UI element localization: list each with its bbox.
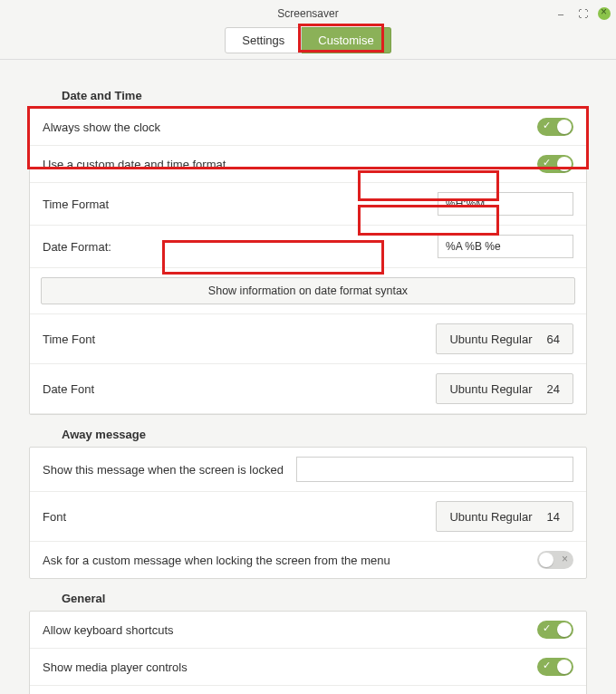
row-custom-format: Use a custom date and time format — [30, 146, 586, 183]
toggle-always-show-clock[interactable] — [537, 118, 573, 136]
date-font-name: Ubuntu Regular — [449, 382, 532, 396]
label-always-show-clock: Always show the clock — [43, 120, 537, 134]
input-date-format[interactable] — [438, 235, 573, 258]
row-away-font: Font Ubuntu Regular 14 — [30, 492, 586, 542]
row-time-font: Time Font Ubuntu Regular 64 — [30, 314, 586, 364]
toggle-keyboard[interactable] — [537, 621, 573, 639]
button-syntax-info[interactable]: Show information on date format syntax — [41, 277, 575, 304]
label-time-font: Time Font — [43, 333, 436, 346]
row-date-format: Date Format: — [30, 226, 586, 268]
section-title-general: General — [62, 592, 587, 605]
row-media: Show media player controls — [30, 649, 586, 686]
row-always-show-clock: Always show the clock — [30, 109, 586, 146]
toggle-custom-format[interactable] — [537, 155, 573, 173]
label-keyboard: Allow keyboard shortcuts — [43, 623, 537, 637]
label-away-message: Show this message when the screen is loc… — [43, 463, 284, 477]
close-icon[interactable] — [598, 7, 611, 20]
tab-customise[interactable]: Customise — [302, 27, 390, 53]
date-font-size: 24 — [547, 382, 560, 396]
away-font-size: 14 — [547, 510, 560, 524]
row-ask-custom: Ask for a custom message when locking th… — [30, 542, 586, 578]
label-date-font: Date Font — [43, 382, 436, 396]
window-title: Screensaver — [277, 7, 338, 20]
label-custom-format: Use a custom date and time format — [43, 158, 537, 171]
away-font-name: Ubuntu Regular — [449, 510, 532, 524]
toggle-media[interactable] — [537, 658, 573, 676]
title-bar: Screensaver – ⛶ — [0, 0, 616, 27]
row-away-message: Show this message when the screen is loc… — [30, 448, 586, 492]
button-date-font[interactable]: Ubuntu Regular 24 — [436, 373, 573, 404]
row-keyboard: Allow keyboard shortcuts — [30, 612, 586, 649]
label-date-format: Date Format: — [43, 240, 438, 254]
label-ask-custom: Ask for a custom message when locking th… — [43, 554, 537, 567]
input-away-message[interactable] — [296, 457, 573, 482]
input-time-format[interactable] — [438, 192, 573, 216]
maximize-icon[interactable]: ⛶ — [576, 7, 589, 20]
label-time-format: Time Format — [43, 198, 438, 211]
time-font-name: Ubuntu Regular — [449, 333, 532, 346]
tab-bar: Settings Customise — [0, 27, 616, 60]
panel-date-time: Always show the clock Use a custom date … — [29, 108, 587, 415]
panel-away: Show this message when the screen is loc… — [29, 447, 587, 579]
toggle-ask-custom[interactable] — [537, 551, 573, 569]
panel-general: Allow keyboard shortcuts Show media play… — [29, 611, 587, 694]
section-title-date-time: Date and Time — [62, 89, 587, 102]
row-album: Show album art — [30, 686, 586, 694]
label-away-font: Font — [43, 510, 436, 524]
row-time-format: Time Format — [30, 183, 586, 226]
window-controls: – ⛶ — [554, 0, 611, 27]
time-font-size: 64 — [547, 333, 560, 346]
minimize-icon[interactable]: – — [554, 7, 567, 20]
button-time-font[interactable]: Ubuntu Regular 64 — [436, 323, 573, 354]
tab-settings[interactable]: Settings — [225, 27, 302, 53]
button-away-font[interactable]: Ubuntu Regular 14 — [436, 501, 573, 532]
row-date-font: Date Font Ubuntu Regular 24 — [30, 364, 586, 414]
section-title-away: Away message — [62, 428, 587, 441]
content-area: Date and Time Always show the clock Use … — [0, 60, 616, 694]
row-syntax-info: Show information on date format syntax — [30, 268, 586, 314]
label-media: Show media player controls — [43, 660, 537, 674]
